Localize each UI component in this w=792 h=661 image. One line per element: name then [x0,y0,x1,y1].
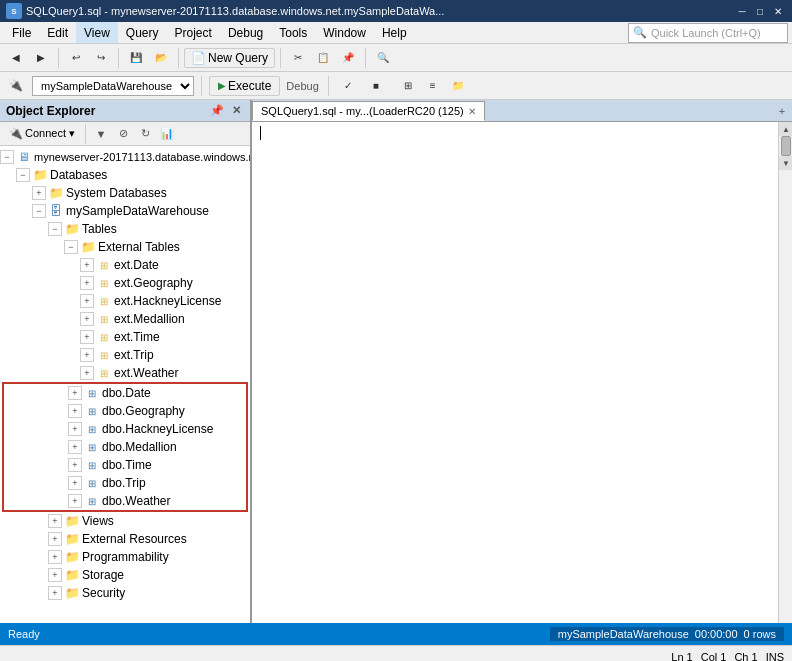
dbo-medallion-expander[interactable]: + [68,440,82,454]
tree-node-ext-tables[interactable]: − 📁 External Tables [0,238,250,256]
menu-edit[interactable]: Edit [39,22,76,43]
mysample-expander[interactable]: − [32,204,46,218]
tree-node-databases[interactable]: − 📁 Databases [0,166,250,184]
copy-button[interactable]: 📋 [311,47,335,69]
tree-node-ext-medallion[interactable]: + ⊞ ext.Medallion [0,310,250,328]
dbo-hackney-expander[interactable]: + [68,422,82,436]
connect-server-button[interactable]: 🔌 [4,75,28,97]
dbo-date-expander[interactable]: + [68,386,82,400]
oe-summary-button[interactable]: 📊 [157,125,177,143]
forward-button[interactable]: ▶ [29,47,53,69]
tree-node-dbo-date[interactable]: + ⊞ dbo.Date [4,384,246,402]
tree-node-programmability[interactable]: + 📁 Programmability [0,548,250,566]
views-expander[interactable]: + [48,514,62,528]
server-expander[interactable]: − [0,150,14,164]
dbo-weather-expander[interactable]: + [68,494,82,508]
redo-button[interactable]: ↪ [89,47,113,69]
query-tab-1[interactable]: SQLQuery1.sql - my...(LoaderRC20 (125) ✕ [252,101,485,121]
tree-node-dbo-geography[interactable]: + ⊞ dbo.Geography [4,402,246,420]
security-expander[interactable]: + [48,586,62,600]
tree-node-system-databases[interactable]: + 📁 System Databases [0,184,250,202]
programmability-expander[interactable]: + [48,550,62,564]
scrollbar-track[interactable] [779,136,792,156]
tree-node-dbo-time[interactable]: + ⊞ dbo.Time [4,456,246,474]
undo-button[interactable]: ↩ [64,47,88,69]
tree-node-tables[interactable]: − 📁 Tables [0,220,250,238]
oe-close-button[interactable]: ✕ [229,103,244,118]
dbo-geo-expander[interactable]: + [68,404,82,418]
dbo-time-expander[interactable]: + [68,458,82,472]
ext-resources-expander[interactable]: + [48,532,62,546]
ext-time-expander[interactable]: + [80,330,94,344]
execute-button[interactable]: ▶ Execute [209,76,280,96]
check-button[interactable]: ✓ [336,75,360,97]
dbo-trip-expander[interactable]: + [68,476,82,490]
tables-expander[interactable]: − [48,222,62,236]
minimize-button[interactable]: ─ [734,3,750,19]
oe-filter2-button[interactable]: ⊘ [113,125,133,143]
ext-tables-expander[interactable]: − [64,240,78,254]
open-button[interactable]: 📂 [149,47,173,69]
back-button[interactable]: ◀ [4,47,28,69]
ext-weather-expander[interactable]: + [80,366,94,380]
ext-hackney-expander[interactable]: + [80,294,94,308]
editor-content-area[interactable] [252,122,792,623]
tree-node-dbo-hackney[interactable]: + ⊞ dbo.HackneyLicense [4,420,246,438]
menu-query[interactable]: Query [118,22,167,43]
paste-button[interactable]: 📌 [336,47,360,69]
close-button[interactable]: ✕ [770,3,786,19]
menu-window[interactable]: Window [315,22,374,43]
databases-expander[interactable]: − [16,168,30,182]
tree-node-ext-hackney[interactable]: + ⊞ ext.HackneyLicense [0,292,250,310]
scroll-down-button[interactable]: ▼ [779,156,792,170]
tree-node-ext-date[interactable]: + ⊞ ext.Date [0,256,250,274]
tree-node-ext-time[interactable]: + ⊞ ext.Time [0,328,250,346]
maximize-button[interactable]: □ [752,3,768,19]
results-grid-button[interactable]: ⊞ [396,75,420,97]
cancel-exec-button[interactable]: ■ [364,75,388,97]
tree-node-mysample[interactable]: − 🗄 mySampleDataWarehouse [0,202,250,220]
scroll-up-button[interactable]: ▲ [779,122,792,136]
tree-node-ext-resources[interactable]: + 📁 External Resources [0,530,250,548]
oe-pin-button[interactable]: 📌 [207,103,227,118]
ext-date-expander[interactable]: + [80,258,94,272]
tree-node-ext-geography[interactable]: + ⊞ ext.Geography [0,274,250,292]
results-file-button[interactable]: 📁 [446,75,470,97]
cut-button[interactable]: ✂ [286,47,310,69]
tab-close-icon[interactable]: ✕ [468,106,476,117]
find-button[interactable]: 🔍 [371,47,395,69]
tree-node-security[interactable]: + 📁 Security [0,584,250,602]
tree-node-ext-trip[interactable]: + ⊞ ext.Trip [0,346,250,364]
scrollbar-thumb[interactable] [781,136,791,156]
tree-node-dbo-medallion[interactable]: + ⊞ dbo.Medallion [4,438,246,456]
oe-refresh-button[interactable]: ↻ [135,125,155,143]
menu-view[interactable]: View [76,22,118,43]
results-text-button[interactable]: ≡ [421,75,445,97]
tree-node-views[interactable]: + 📁 Views [0,512,250,530]
menu-file[interactable]: File [4,22,39,43]
tree-node-dbo-weather[interactable]: + ⊞ dbo.Weather [4,492,246,510]
quick-launch-input[interactable]: 🔍 Quick Launch (Ctrl+Q) [628,23,788,43]
oe-filter-button[interactable]: ▼ [91,125,111,143]
ext-geo-expander[interactable]: + [80,276,94,290]
save-button[interactable]: 💾 [124,47,148,69]
new-query-button[interactable]: 📄 New Query [184,48,275,68]
database-selector[interactable]: mySampleDataWarehouse [32,76,194,96]
menu-debug[interactable]: Debug [220,22,271,43]
query-editor[interactable]: ▲ ▼ [252,122,792,623]
menu-project[interactable]: Project [167,22,220,43]
tree-node-storage[interactable]: + 📁 Storage [0,566,250,584]
new-tab-button[interactable]: + [772,102,792,120]
menu-help[interactable]: Help [374,22,415,43]
ext-medallion-expander[interactable]: + [80,312,94,326]
storage-expander[interactable]: + [48,568,62,582]
ext-date-label: ext.Date [114,258,159,272]
oe-connect-button[interactable]: 🔌 Connect ▾ [4,125,80,142]
menu-tools[interactable]: Tools [271,22,315,43]
vertical-scrollbar[interactable]: ▲ ▼ [778,122,792,623]
tree-node-dbo-trip[interactable]: + ⊞ dbo.Trip [4,474,246,492]
tree-node-server[interactable]: − 🖥 mynewserver-20171113.database.window… [0,148,250,166]
ext-trip-expander[interactable]: + [80,348,94,362]
system-databases-expander[interactable]: + [32,186,46,200]
tree-node-ext-weather[interactable]: + ⊞ ext.Weather [0,364,250,382]
